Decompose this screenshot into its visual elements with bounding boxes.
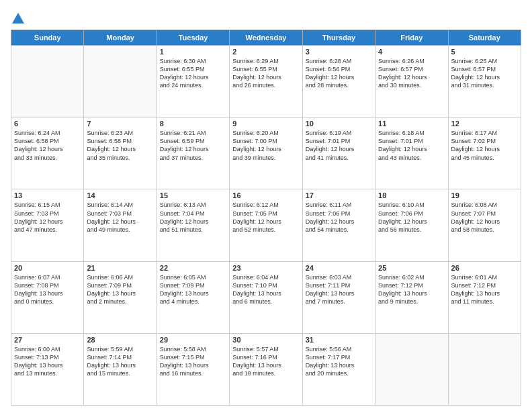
calendar-cell: 28Sunrise: 5:59 AM Sunset: 7:14 PM Dayli… — [84, 333, 157, 405]
calendar-header-row: SundayMondayTuesdayWednesdayThursdayFrid… — [11, 30, 521, 46]
cell-content: Sunrise: 6:00 AM Sunset: 7:13 PM Dayligh… — [14, 345, 81, 378]
cell-content: Sunrise: 6:17 AM Sunset: 7:02 PM Dayligh… — [451, 129, 518, 162]
cell-content: Sunrise: 5:56 AM Sunset: 7:17 PM Dayligh… — [306, 345, 372, 378]
calendar-cell: 25Sunrise: 6:02 AM Sunset: 7:12 PM Dayli… — [375, 261, 448, 333]
cell-content: Sunrise: 6:14 AM Sunset: 7:03 PM Dayligh… — [87, 201, 153, 234]
day-number: 29 — [160, 336, 226, 344]
cell-content: Sunrise: 6:30 AM Sunset: 6:55 PM Dayligh… — [160, 57, 226, 90]
calendar-cell: 18Sunrise: 6:10 AM Sunset: 7:06 PM Dayli… — [375, 189, 448, 261]
calendar-cell: 19Sunrise: 6:08 AM Sunset: 7:07 PM Dayli… — [448, 189, 521, 261]
day-number: 15 — [160, 191, 226, 199]
calendar-cell: 9Sunrise: 6:20 AM Sunset: 7:00 PM Daylig… — [230, 118, 302, 189]
cell-content: Sunrise: 6:15 AM Sunset: 7:03 PM Dayligh… — [14, 201, 81, 234]
cell-content: Sunrise: 6:24 AM Sunset: 6:58 PM Dayligh… — [14, 129, 81, 162]
calendar-cell: 1Sunrise: 6:30 AM Sunset: 6:55 PM Daylig… — [157, 46, 229, 118]
cell-content: Sunrise: 6:19 AM Sunset: 7:01 PM Dayligh… — [306, 129, 372, 162]
day-number: 4 — [378, 48, 445, 56]
svg-marker-0 — [12, 13, 24, 24]
day-number: 18 — [378, 191, 445, 199]
day-number: 17 — [306, 191, 372, 199]
cell-content: Sunrise: 6:11 AM Sunset: 7:06 PM Dayligh… — [306, 201, 372, 234]
cell-content: Sunrise: 6:28 AM Sunset: 6:56 PM Dayligh… — [306, 57, 372, 90]
cell-content: Sunrise: 5:57 AM Sunset: 7:16 PM Dayligh… — [232, 345, 299, 378]
calendar-cell: 10Sunrise: 6:19 AM Sunset: 7:01 PM Dayli… — [302, 118, 375, 189]
calendar-cell: 8Sunrise: 6:21 AM Sunset: 6:59 PM Daylig… — [157, 118, 229, 189]
logo — [11, 11, 24, 24]
calendar-cell: 26Sunrise: 6:01 AM Sunset: 7:12 PM Dayli… — [448, 261, 521, 333]
calendar-table: SundayMondayTuesdayWednesdayThursdayFrid… — [11, 30, 521, 406]
calendar-cell: 17Sunrise: 6:11 AM Sunset: 7:06 PM Dayli… — [302, 189, 375, 261]
day-number: 25 — [378, 264, 445, 272]
day-number: 12 — [451, 120, 518, 128]
day-number: 31 — [306, 336, 372, 344]
cell-content: Sunrise: 5:59 AM Sunset: 7:14 PM Dayligh… — [87, 345, 153, 378]
calendar-week-row: 6Sunrise: 6:24 AM Sunset: 6:58 PM Daylig… — [11, 118, 521, 189]
calendar-cell: 5Sunrise: 6:25 AM Sunset: 6:57 PM Daylig… — [448, 46, 521, 118]
day-number: 16 — [232, 191, 299, 199]
calendar-cell: 14Sunrise: 6:14 AM Sunset: 7:03 PM Dayli… — [84, 189, 157, 261]
day-number: 19 — [451, 191, 518, 199]
calendar-day-header: Thursday — [302, 30, 375, 46]
calendar-cell: 13Sunrise: 6:15 AM Sunset: 7:03 PM Dayli… — [11, 189, 84, 261]
calendar-cell: 22Sunrise: 6:05 AM Sunset: 7:09 PM Dayli… — [157, 261, 229, 333]
day-number: 26 — [451, 264, 518, 272]
day-number: 9 — [232, 120, 299, 128]
calendar-cell — [375, 333, 448, 405]
page: SundayMondayTuesdayWednesdayThursdayFrid… — [0, 0, 532, 411]
day-number: 28 — [87, 336, 153, 344]
calendar-cell — [11, 46, 84, 118]
cell-content: Sunrise: 6:26 AM Sunset: 6:57 PM Dayligh… — [378, 57, 445, 90]
cell-content: Sunrise: 6:01 AM Sunset: 7:12 PM Dayligh… — [451, 273, 518, 306]
cell-content: Sunrise: 6:07 AM Sunset: 7:08 PM Dayligh… — [14, 273, 81, 306]
cell-content: Sunrise: 6:21 AM Sunset: 6:59 PM Dayligh… — [160, 129, 226, 162]
cell-content: Sunrise: 6:10 AM Sunset: 7:06 PM Dayligh… — [378, 201, 445, 234]
day-number: 6 — [14, 120, 81, 128]
cell-content: Sunrise: 6:23 AM Sunset: 6:58 PM Dayligh… — [87, 129, 153, 162]
cell-content: Sunrise: 6:18 AM Sunset: 7:01 PM Dayligh… — [378, 129, 445, 162]
day-number: 30 — [232, 336, 299, 344]
calendar-day-header: Saturday — [448, 30, 521, 46]
calendar-week-row: 1Sunrise: 6:30 AM Sunset: 6:55 PM Daylig… — [11, 46, 521, 118]
cell-content: Sunrise: 6:08 AM Sunset: 7:07 PM Dayligh… — [451, 201, 518, 234]
calendar-week-row: 27Sunrise: 6:00 AM Sunset: 7:13 PM Dayli… — [11, 333, 521, 405]
cell-content: Sunrise: 6:02 AM Sunset: 7:12 PM Dayligh… — [378, 273, 445, 306]
cell-content: Sunrise: 6:13 AM Sunset: 7:04 PM Dayligh… — [160, 201, 226, 234]
calendar-cell: 31Sunrise: 5:56 AM Sunset: 7:17 PM Dayli… — [302, 333, 375, 405]
calendar-cell: 11Sunrise: 6:18 AM Sunset: 7:01 PM Dayli… — [375, 118, 448, 189]
day-number: 27 — [14, 336, 81, 344]
calendar-cell: 27Sunrise: 6:00 AM Sunset: 7:13 PM Dayli… — [11, 333, 84, 405]
day-number: 23 — [232, 264, 299, 272]
calendar-day-header: Friday — [375, 30, 448, 46]
cell-content: Sunrise: 5:58 AM Sunset: 7:15 PM Dayligh… — [160, 345, 226, 378]
day-number: 8 — [160, 120, 226, 128]
cell-content: Sunrise: 6:29 AM Sunset: 6:55 PM Dayligh… — [232, 57, 299, 90]
cell-content: Sunrise: 6:04 AM Sunset: 7:10 PM Dayligh… — [232, 273, 299, 306]
cell-content: Sunrise: 6:03 AM Sunset: 7:11 PM Dayligh… — [306, 273, 372, 306]
day-number: 10 — [306, 120, 372, 128]
calendar-day-header: Monday — [84, 30, 157, 46]
calendar-day-header: Tuesday — [157, 30, 229, 46]
cell-content: Sunrise: 6:06 AM Sunset: 7:09 PM Dayligh… — [87, 273, 153, 306]
cell-content: Sunrise: 6:12 AM Sunset: 7:05 PM Dayligh… — [232, 201, 299, 234]
day-number: 2 — [232, 48, 299, 56]
calendar-week-row: 20Sunrise: 6:07 AM Sunset: 7:08 PM Dayli… — [11, 261, 521, 333]
day-number: 11 — [378, 120, 445, 128]
calendar-cell: 6Sunrise: 6:24 AM Sunset: 6:58 PM Daylig… — [11, 118, 84, 189]
calendar-day-header: Sunday — [11, 30, 84, 46]
day-number: 7 — [87, 120, 153, 128]
day-number: 14 — [87, 191, 153, 199]
calendar-cell: 3Sunrise: 6:28 AM Sunset: 6:56 PM Daylig… — [302, 46, 375, 118]
calendar-cell: 24Sunrise: 6:03 AM Sunset: 7:11 PM Dayli… — [302, 261, 375, 333]
day-number: 22 — [160, 264, 226, 272]
calendar-cell: 16Sunrise: 6:12 AM Sunset: 7:05 PM Dayli… — [230, 189, 302, 261]
calendar-cell: 15Sunrise: 6:13 AM Sunset: 7:04 PM Dayli… — [157, 189, 229, 261]
cell-content: Sunrise: 6:25 AM Sunset: 6:57 PM Dayligh… — [451, 57, 518, 90]
day-number: 13 — [14, 191, 81, 199]
day-number: 24 — [306, 264, 372, 272]
day-number: 20 — [14, 264, 81, 272]
day-number: 21 — [87, 264, 153, 272]
calendar-cell: 30Sunrise: 5:57 AM Sunset: 7:16 PM Dayli… — [230, 333, 302, 405]
header — [11, 8, 521, 24]
calendar-cell: 29Sunrise: 5:58 AM Sunset: 7:15 PM Dayli… — [157, 333, 229, 405]
calendar-cell: 20Sunrise: 6:07 AM Sunset: 7:08 PM Dayli… — [11, 261, 84, 333]
